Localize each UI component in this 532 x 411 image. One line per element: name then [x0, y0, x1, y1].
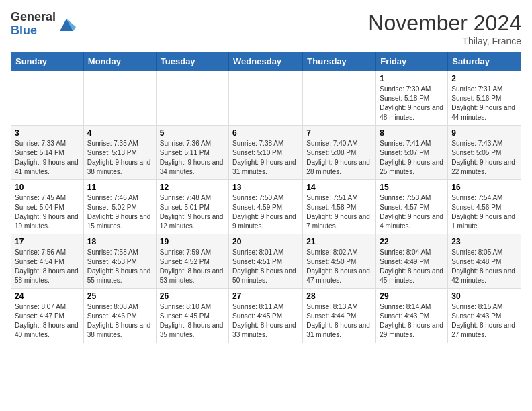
calendar-week-2: 3Sunrise: 7:33 AM Sunset: 5:14 PM Daylig…: [11, 126, 521, 180]
calendar-cell: 20Sunrise: 8:01 AM Sunset: 4:51 PM Dayli…: [229, 234, 303, 289]
calendar-cell: 30Sunrise: 8:15 AM Sunset: 4:43 PM Dayli…: [448, 289, 521, 343]
calendar-cell: 6Sunrise: 7:38 AM Sunset: 5:10 PM Daylig…: [229, 126, 303, 180]
calendar-cell: 15Sunrise: 7:53 AM Sunset: 4:57 PM Dayli…: [376, 180, 448, 234]
day-info: Sunrise: 8:11 AM Sunset: 4:45 PM Dayligh…: [232, 302, 299, 340]
day-info: Sunrise: 8:08 AM Sunset: 4:46 PM Dayligh…: [87, 302, 152, 340]
day-number: 20: [232, 237, 299, 246]
day-info: Sunrise: 8:01 AM Sunset: 4:51 PM Dayligh…: [232, 248, 299, 285]
day-info: Sunrise: 7:33 AM Sunset: 5:14 PM Dayligh…: [15, 139, 80, 177]
calendar-cell: [303, 71, 376, 126]
calendar-cell: 11Sunrise: 7:46 AM Sunset: 5:02 PM Dayli…: [83, 180, 156, 234]
calendar-cell: [11, 71, 84, 126]
day-number: 9: [451, 128, 517, 138]
weekday-header-friday: Friday: [376, 52, 448, 71]
day-info: Sunrise: 7:38 AM Sunset: 5:10 PM Dayligh…: [232, 139, 299, 177]
title-area: November 2024 Thilay, France: [368, 11, 521, 46]
calendar-cell: 17Sunrise: 7:56 AM Sunset: 4:54 PM Dayli…: [11, 234, 84, 289]
day-info: Sunrise: 7:53 AM Sunset: 4:57 PM Dayligh…: [380, 193, 444, 231]
day-info: Sunrise: 7:46 AM Sunset: 5:02 PM Dayligh…: [87, 193, 152, 231]
day-number: 24: [15, 291, 80, 301]
logo-text: General Blue: [11, 11, 56, 38]
day-info: Sunrise: 7:50 AM Sunset: 4:59 PM Dayligh…: [232, 193, 299, 231]
calendar-cell: 19Sunrise: 7:59 AM Sunset: 4:52 PM Dayli…: [156, 234, 228, 289]
calendar-cell: [83, 71, 156, 126]
day-info: Sunrise: 7:54 AM Sunset: 4:56 PM Dayligh…: [451, 193, 517, 231]
calendar-cell: [229, 71, 303, 126]
day-number: 11: [87, 183, 152, 192]
day-info: Sunrise: 7:36 AM Sunset: 5:11 PM Dayligh…: [160, 139, 225, 177]
day-number: 3: [15, 128, 80, 138]
day-number: 19: [160, 237, 225, 246]
day-number: 21: [306, 237, 372, 246]
weekday-header-saturday: Saturday: [448, 52, 521, 71]
day-info: Sunrise: 8:10 AM Sunset: 4:45 PM Dayligh…: [160, 302, 225, 340]
calendar-cell: 5Sunrise: 7:36 AM Sunset: 5:11 PM Daylig…: [156, 126, 228, 180]
day-info: Sunrise: 7:43 AM Sunset: 5:05 PM Dayligh…: [451, 139, 517, 177]
calendar-cell: 25Sunrise: 8:08 AM Sunset: 4:46 PM Dayli…: [83, 289, 156, 343]
calendar-cell: 27Sunrise: 8:11 AM Sunset: 4:45 PM Dayli…: [229, 289, 303, 343]
logo-general: General: [11, 11, 56, 24]
day-info: Sunrise: 8:07 AM Sunset: 4:47 PM Dayligh…: [15, 302, 80, 340]
day-number: 15: [380, 183, 444, 192]
day-number: 22: [380, 237, 444, 246]
day-number: 27: [232, 291, 299, 301]
calendar-week-3: 10Sunrise: 7:45 AM Sunset: 5:04 PM Dayli…: [11, 180, 521, 234]
calendar-cell: 26Sunrise: 8:10 AM Sunset: 4:45 PM Dayli…: [156, 289, 228, 343]
logo-blue: Blue: [11, 24, 56, 38]
day-info: Sunrise: 7:48 AM Sunset: 5:01 PM Dayligh…: [160, 193, 225, 231]
location: Thilay, France: [368, 36, 521, 46]
day-number: 7: [306, 128, 372, 138]
day-info: Sunrise: 7:56 AM Sunset: 4:54 PM Dayligh…: [15, 248, 80, 285]
day-info: Sunrise: 7:59 AM Sunset: 4:52 PM Dayligh…: [160, 248, 225, 285]
calendar-cell: 2Sunrise: 7:31 AM Sunset: 5:16 PM Daylig…: [448, 71, 521, 126]
calendar-cell: 28Sunrise: 8:13 AM Sunset: 4:44 PM Dayli…: [303, 289, 376, 343]
day-number: 18: [87, 237, 152, 246]
calendar-cell: 10Sunrise: 7:45 AM Sunset: 5:04 PM Dayli…: [11, 180, 84, 234]
calendar-cell: 13Sunrise: 7:50 AM Sunset: 4:59 PM Dayli…: [229, 180, 303, 234]
weekday-header-sunday: Sunday: [11, 52, 84, 71]
day-number: 2: [451, 74, 517, 83]
calendar-cell: [156, 71, 228, 126]
month-title: November 2024: [368, 11, 521, 36]
day-info: Sunrise: 8:13 AM Sunset: 4:44 PM Dayligh…: [306, 302, 372, 340]
day-number: 12: [160, 183, 225, 192]
calendar-cell: 4Sunrise: 7:35 AM Sunset: 5:13 PM Daylig…: [83, 126, 156, 180]
day-number: 29: [380, 291, 444, 301]
calendar-week-4: 17Sunrise: 7:56 AM Sunset: 4:54 PM Dayli…: [11, 234, 521, 289]
day-info: Sunrise: 7:35 AM Sunset: 5:13 PM Dayligh…: [87, 139, 152, 177]
weekday-header-tuesday: Tuesday: [156, 52, 228, 71]
day-info: Sunrise: 8:15 AM Sunset: 4:43 PM Dayligh…: [451, 302, 517, 340]
day-info: Sunrise: 7:31 AM Sunset: 5:16 PM Dayligh…: [451, 85, 517, 122]
day-number: 16: [451, 183, 517, 192]
day-number: 13: [232, 183, 299, 192]
weekday-header-monday: Monday: [83, 52, 156, 71]
day-number: 17: [15, 237, 80, 246]
day-info: Sunrise: 8:04 AM Sunset: 4:49 PM Dayligh…: [380, 248, 444, 285]
day-number: 25: [87, 291, 152, 301]
day-info: Sunrise: 8:05 AM Sunset: 4:48 PM Dayligh…: [451, 248, 517, 285]
calendar-cell: 21Sunrise: 8:02 AM Sunset: 4:50 PM Dayli…: [303, 234, 376, 289]
day-number: 10: [15, 183, 80, 192]
day-number: 28: [306, 291, 372, 301]
weekday-header-wednesday: Wednesday: [229, 52, 303, 71]
calendar-cell: 16Sunrise: 7:54 AM Sunset: 4:56 PM Dayli…: [448, 180, 521, 234]
day-number: 6: [232, 128, 299, 138]
day-number: 23: [451, 237, 517, 246]
calendar-cell: 1Sunrise: 7:30 AM Sunset: 5:18 PM Daylig…: [376, 71, 448, 126]
calendar-cell: 12Sunrise: 7:48 AM Sunset: 5:01 PM Dayli…: [156, 180, 228, 234]
weekday-header-thursday: Thursday: [303, 52, 376, 71]
calendar-table: SundayMondayTuesdayWednesdayThursdayFrid…: [11, 52, 521, 343]
day-number: 26: [160, 291, 225, 301]
day-info: Sunrise: 8:02 AM Sunset: 4:50 PM Dayligh…: [306, 248, 372, 285]
calendar-week-1: 1Sunrise: 7:30 AM Sunset: 5:18 PM Daylig…: [11, 71, 521, 126]
logo-icon: [57, 15, 76, 34]
day-number: 5: [160, 128, 225, 138]
calendar-cell: 29Sunrise: 8:14 AM Sunset: 4:43 PM Dayli…: [376, 289, 448, 343]
calendar-cell: 8Sunrise: 7:41 AM Sunset: 5:07 PM Daylig…: [376, 126, 448, 180]
day-info: Sunrise: 8:14 AM Sunset: 4:43 PM Dayligh…: [380, 302, 444, 340]
calendar-cell: 14Sunrise: 7:51 AM Sunset: 4:58 PM Dayli…: [303, 180, 376, 234]
day-info: Sunrise: 7:40 AM Sunset: 5:08 PM Dayligh…: [306, 139, 372, 177]
calendar-cell: 23Sunrise: 8:05 AM Sunset: 4:48 PM Dayli…: [448, 234, 521, 289]
day-info: Sunrise: 7:30 AM Sunset: 5:18 PM Dayligh…: [380, 85, 444, 122]
day-info: Sunrise: 7:41 AM Sunset: 5:07 PM Dayligh…: [380, 139, 444, 177]
